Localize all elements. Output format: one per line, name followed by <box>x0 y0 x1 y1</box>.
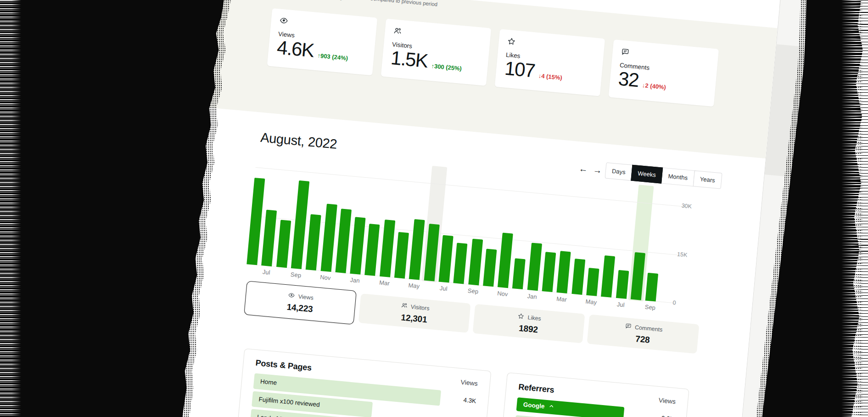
views-bar-chart: JulSepNovJanMarMayJulSepNovJanMarMayJulS… <box>246 158 669 302</box>
x-axis-label: Sep <box>640 303 661 312</box>
referrer-row-views: 6.2K <box>661 411 675 417</box>
chevron-up-icon <box>548 400 555 414</box>
post-row-views: 4.3K <box>463 392 477 409</box>
y-axis-label: 30K <box>681 203 709 211</box>
tab-days[interactable]: Days <box>605 163 633 181</box>
views-bar[interactable] <box>586 268 599 296</box>
x-axis-label: Mar <box>551 295 572 304</box>
summary-tab-comments[interactable]: Comments728 <box>587 315 700 354</box>
eye-icon <box>279 18 288 27</box>
posts-views-column-header: Views <box>460 378 478 387</box>
summary-tab-likes[interactable]: Likes1892 <box>473 304 585 344</box>
summary-tab-views[interactable]: Views14,223 <box>244 281 357 325</box>
x-axis-label: Jan <box>522 292 543 301</box>
star-icon <box>517 312 525 321</box>
comment-icon <box>624 322 632 331</box>
highlight-card-trend: ↓2 (40%) <box>642 82 666 93</box>
prev-period-arrow[interactable]: ← <box>578 162 588 176</box>
x-axis-label: Jul <box>256 268 277 276</box>
people-icon <box>393 28 402 37</box>
x-axis-label: Mar <box>374 279 395 287</box>
views-bar[interactable] <box>454 243 468 284</box>
period-title: August, 2022 <box>260 130 338 152</box>
eye-icon <box>288 291 296 300</box>
highlight-card-value: 4.6K <box>276 38 314 61</box>
summary-tab-label-row: Comments <box>624 322 663 333</box>
views-bar[interactable] <box>645 273 658 302</box>
highlight-card-value: 107 <box>504 59 535 81</box>
views-bar[interactable] <box>616 270 628 299</box>
summary-tab-label: Likes <box>527 314 541 322</box>
summary-tab-label: Comments <box>634 324 662 332</box>
highlight-card-value: 1.5K <box>390 48 428 71</box>
x-axis-label: May <box>403 282 424 290</box>
tab-months[interactable]: Months <box>661 168 695 186</box>
x-axis-label: May <box>581 298 601 306</box>
highlight-card-likes: Likes107↓4 (15%) <box>495 29 605 96</box>
highlight-card-comments: Comments32↓2 (40%) <box>609 39 719 107</box>
views-bar[interactable] <box>483 249 497 287</box>
posts-pages-card: Posts & Pages Views Home4.3KFujifilm x10… <box>232 349 491 417</box>
left-noise-streaks <box>0 0 21 417</box>
views-bar[interactable] <box>365 224 380 276</box>
views-bar[interactable] <box>320 203 337 271</box>
summary-tab-value: 14,223 <box>286 302 314 314</box>
posts-pages-title: Posts & Pages <box>255 358 312 373</box>
tab-years[interactable]: Years <box>693 170 722 189</box>
x-axis-label: Nov <box>492 289 513 298</box>
x-axis-label: Sep <box>286 270 306 279</box>
views-bar[interactable] <box>276 220 291 268</box>
people-icon <box>400 302 408 310</box>
star-icon <box>507 39 516 48</box>
screenshot-stage: 7-day highlights Compared to previous pe… <box>0 0 868 417</box>
views-bar[interactable] <box>468 239 483 286</box>
summary-tab-label-row: Visitors <box>400 302 430 313</box>
rotated-page-stack: 7-day highlights Compared to previous pe… <box>165 0 859 417</box>
highlight-card-trend: ↓4 (15%) <box>538 72 563 84</box>
x-axis-label: Jul <box>610 300 631 309</box>
highlight-card-value: 32 <box>617 69 639 90</box>
views-bar[interactable] <box>306 214 321 270</box>
views-bar[interactable] <box>527 242 542 291</box>
referrers-card: Referrers Views Google6.2K <box>495 372 689 417</box>
next-period-arrow[interactable]: → <box>593 163 603 178</box>
highlight-card-trend: ↑300 (25%) <box>431 62 462 74</box>
views-bar[interactable] <box>394 232 409 279</box>
highlight-card-trend: ↑903 (24%) <box>317 52 348 64</box>
stats-page: 7-day highlights Compared to previous pe… <box>165 0 779 417</box>
y-axis-label: 15K <box>677 251 705 259</box>
summary-tab-visitors[interactable]: Visitors12,301 <box>358 293 471 333</box>
summary-tab-value: 1892 <box>518 323 538 335</box>
views-bar[interactable] <box>261 210 277 267</box>
views-bar[interactable] <box>512 258 526 289</box>
tab-weeks[interactable]: Weeks <box>631 165 663 184</box>
granularity-tabs: DaysWeeksMonthsYears <box>605 163 722 189</box>
views-bar[interactable] <box>335 208 352 273</box>
comment-icon <box>621 49 630 58</box>
summary-tab-label-row: Likes <box>517 312 542 323</box>
views-bar[interactable] <box>557 251 571 293</box>
views-bar[interactable] <box>438 235 453 283</box>
highlight-card-views: Views4.6K↑903 (24%) <box>267 8 378 75</box>
x-axis-label: Sep <box>463 287 483 295</box>
x-axis-label: Jan <box>345 276 365 285</box>
period-nav: ← → <box>578 162 603 177</box>
summary-tab-label-row: Views <box>288 291 314 302</box>
summary-tab-label: Visitors <box>410 304 430 312</box>
views-bar[interactable] <box>571 259 585 295</box>
views-bar[interactable] <box>350 217 365 275</box>
summary-tab-label: Views <box>298 293 314 301</box>
highlight-card-visitors: Visitors1.5K↑300 (25%) <box>381 19 492 86</box>
referrers-views-column-header: Views <box>658 396 676 405</box>
summary-tab-value: 728 <box>635 333 650 345</box>
x-axis-label: Jul <box>433 284 454 293</box>
y-axis-label: 0 <box>672 299 700 308</box>
x-axis-label: Nov <box>315 273 336 282</box>
views-bar[interactable] <box>380 220 395 277</box>
views-bar[interactable] <box>601 255 615 298</box>
referrers-title: Referrers <box>518 382 554 395</box>
views-bar[interactable] <box>542 252 556 292</box>
views-bar[interactable] <box>498 233 513 288</box>
summary-tab-value: 12,301 <box>401 312 428 325</box>
